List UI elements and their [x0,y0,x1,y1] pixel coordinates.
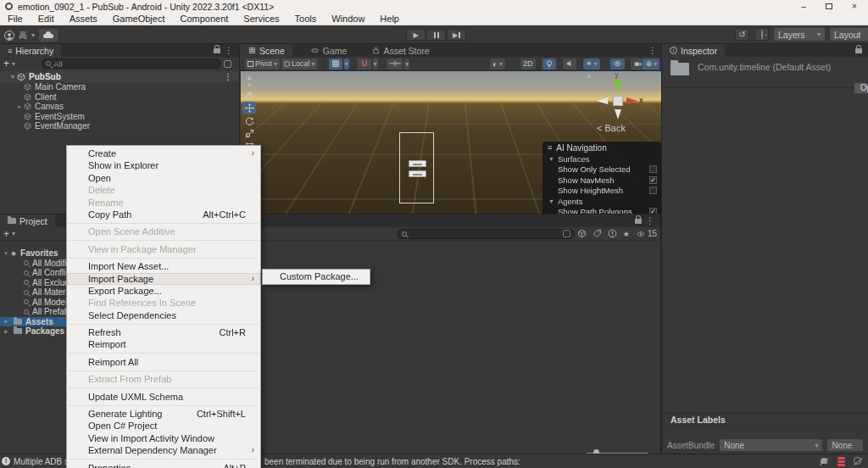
hidden-items-toggle[interactable]: 15 [636,229,657,238]
gizmos-dropdown[interactable]: ⊕▾ [643,58,659,70]
rotate-tool-button[interactable] [242,114,256,126]
search-filter-icon[interactable] [224,60,231,68]
context-menu-item[interactable]: Open C# Project › [67,420,260,432]
toolbar-drag-handle[interactable]: ≡≡ [247,75,251,88]
menu-bar-item[interactable]: Tools [287,13,325,25]
checkbox[interactable] [649,165,657,173]
expand-arrow-icon[interactable]: ▸ [2,318,10,325]
checkbox[interactable] [649,187,657,194]
overlay-row[interactable]: ▼ Show HeightMesh [542,186,661,197]
scene-viewport[interactable]: ≡≡ ≡ y x Back ≡ [241,71,661,214]
assetbundle-dropdown[interactable]: None▾ [720,439,822,451]
overlay-row[interactable]: ▼ Show NavMesh [542,175,661,186]
context-menu-item[interactable]: Create › [67,148,260,159]
context-menu-item[interactable]: Open Scene Additive › [67,226,260,237]
collapse-arrow-icon[interactable]: ▼ [548,198,554,204]
tab-asset-store[interactable]: Asset Store [364,44,437,57]
create-chevron-down-icon[interactable]: ▾ [12,230,15,237]
menu-bar-item[interactable]: Help [372,13,407,25]
menu-bar-item[interactable]: Component [172,13,236,25]
scene-visibility-toggle[interactable] [610,58,625,70]
expand-arrow-icon[interactable]: ▸ [2,328,10,335]
minimize-button[interactable]: – [792,0,815,13]
search-funnel-icon[interactable] [563,230,570,237]
collapse-arrow-icon[interactable]: ▾ [2,250,10,257]
account-icon[interactable] [4,31,14,41]
context-menu-item[interactable]: Select Dependencies › [67,309,260,321]
render-mode-dropdown[interactable]: ◐▾ [490,58,505,70]
grid-snapping-button[interactable] [329,58,342,70]
account-chevron-down-icon[interactable]: ▾ [31,31,35,39]
lock-icon[interactable] [214,48,220,53]
collapse-arrow-icon[interactable]: ▾ [8,74,17,81]
effects-dropdown[interactable]: ✶▾ [583,58,600,70]
open-button[interactable]: Open [854,82,868,94]
favorites-filter-icon[interactable]: ★ [623,230,630,238]
undo-history-button[interactable]: ↺ [735,28,749,41]
context-menu-item[interactable]: Refresh Ctrl+R › [67,326,260,338]
hierarchy-item-row[interactable]: Client [0,92,239,103]
scale-tool-button[interactable] [242,127,256,139]
overlay-drag-handle[interactable]: ≡ [587,73,591,80]
cache-server-error-icon[interactable] [836,457,846,466]
lighting-toggle[interactable] [542,58,556,70]
handle-rotation-toggle[interactable]: Local▾ [281,58,318,70]
warning-filter-icon[interactable] [608,229,617,238]
lock-icon[interactable] [855,48,862,53]
context-menu-item[interactable]: Show in Explorer › [67,159,260,171]
context-menu-item[interactable]: Reimport All › [67,356,260,368]
gizmo-center-cube[interactable] [613,96,623,106]
context-menu-item[interactable]: Reimport › [67,338,260,350]
layout-dropdown[interactable]: Layout [830,28,868,41]
hierarchy-search-input[interactable]: All [42,58,221,69]
overlay-drag-handle[interactable]: ≡ [548,144,552,151]
context-menu-item[interactable]: Delete › [67,184,260,196]
grid-snapping-dropdown[interactable]: ▾ [344,58,349,70]
selected-canvas-outline[interactable] [399,132,434,203]
menu-bar-item[interactable]: Edit [31,13,62,25]
context-menu-item[interactable]: Rename › [67,197,260,209]
audio-toggle[interactable] [563,58,576,70]
menu-bar-item[interactable]: Assets [62,13,105,25]
checkbox[interactable] [649,208,657,214]
tool-settings-button[interactable]: ⊣⊢ [387,58,403,70]
hand-tool-button[interactable] [242,89,256,101]
notifications-muted-icon[interactable] [819,457,829,466]
context-menu-item[interactable]: Generate Lighting Ctrl+Shift+L › [67,408,260,420]
context-menu-item[interactable]: Open › [67,172,260,184]
context-menu-item[interactable]: Import Package › [67,273,260,285]
context-menu-item[interactable]: External Dependency Manager › [67,444,260,456]
hierarchy-menu-icon[interactable]: ⋮ [225,44,233,57]
auto-refresh-disabled-icon[interactable] [853,457,863,466]
context-menu-item[interactable]: Properties... Alt+P › [67,462,260,468]
pause-button[interactable] [426,29,446,41]
cloud-services-button[interactable] [39,29,58,42]
scene-ui-button[interactable] [409,160,426,167]
context-menu-item[interactable]: View in Import Activity Window › [67,432,260,444]
context-menu-item[interactable]: Import New Asset... › [67,260,260,272]
project-menu-icon[interactable]: ⋮ [646,214,654,227]
search-button[interactable] [754,28,769,41]
maximize-button[interactable] [817,0,841,13]
overlay-row[interactable]: ▼ Show Only Selected [542,164,661,176]
context-menu-item[interactable]: Copy Path Alt+Ctrl+C › [67,209,260,220]
tab-project[interactable]: Project [0,214,55,227]
hierarchy-item-row[interactable]: EventSystem [0,112,239,122]
scene-ui-button[interactable] [409,170,426,177]
context-menu-item[interactable]: Export Package... › [67,285,260,297]
add-gameobject-button[interactable]: + [3,58,9,69]
menu-bar-item[interactable]: GameObject [105,13,173,25]
asset-labels-header[interactable]: Asset Labels [662,413,868,426]
tab-inspector[interactable]: iInspector [662,44,725,57]
submenu-item[interactable]: Custom Package... [263,270,370,284]
label-filter-icon[interactable] [593,229,602,238]
collapse-arrow-icon[interactable]: ▼ [548,156,554,162]
context-menu-item[interactable]: View in Package Manager › [67,243,260,255]
play-button[interactable]: ▶ [406,29,426,41]
overlay-row[interactable]: ▼ Surfaces [542,153,661,164]
create-asset-button[interactable]: + [3,229,9,239]
scene-root-row[interactable]: ▾ PubSub ⋮ [0,71,239,82]
expand-arrow-icon[interactable] [15,103,24,110]
hierarchy-item-row[interactable]: EventManager [0,121,239,131]
move-tool-button[interactable] [242,102,256,114]
